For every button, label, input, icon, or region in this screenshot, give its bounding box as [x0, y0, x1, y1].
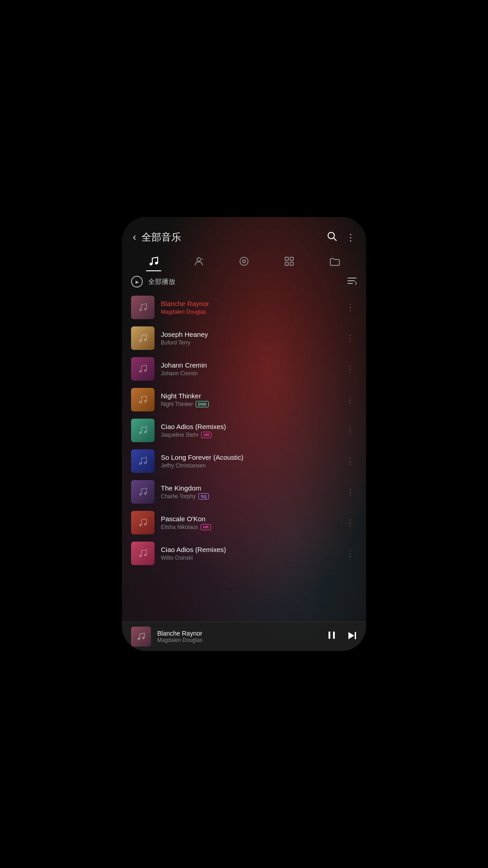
song-info: Joseph Heaney Buford Terry [161, 330, 337, 346]
song-title: Blanche Raynor [161, 300, 337, 307]
svg-point-19 [144, 369, 147, 372]
song-thumbnail [131, 511, 155, 534]
now-playing-artist: Magdalen Douglas [157, 637, 320, 643]
song-artist: Magdalen Douglas [161, 309, 337, 315]
song-title: Night Thinker [161, 392, 337, 400]
song-info: Night Thinker Night ThinkerDSD [161, 392, 337, 407]
phone-content: ‹ 全部音乐 ⋮ [122, 217, 366, 651]
song-title: Johann Cremin [161, 361, 337, 369]
song-item[interactable]: The Kingdom Charlie TorphySQ ⋮ [126, 476, 362, 507]
song-item[interactable]: Blanche Raynor Magdalen Douglas ⋮ [126, 292, 362, 323]
svg-point-3 [155, 262, 158, 264]
svg-rect-9 [285, 262, 288, 265]
tab-songs[interactable] [141, 253, 166, 271]
song-item[interactable]: Pascale O'Kon Elisha NikolausHR ⋮ [126, 507, 362, 538]
song-thumbnail [131, 296, 155, 319]
svg-point-27 [144, 492, 147, 495]
song-title: So Long Forever (Acoustic) [161, 453, 337, 461]
song-more-button[interactable]: ⋮ [343, 331, 357, 345]
svg-point-26 [139, 493, 142, 496]
song-thumbnail [131, 357, 155, 381]
tab-folders[interactable] [322, 253, 347, 271]
song-title: Joseph Heaney [161, 330, 337, 338]
now-playing-info: Blanche Raynor Magdalen Douglas [157, 630, 320, 643]
svg-point-31 [144, 554, 147, 557]
search-icon[interactable] [327, 231, 337, 244]
song-info: Ciao Adios (Remixes) Willis Osinski [161, 546, 337, 561]
tab-artists[interactable] [186, 253, 211, 271]
song-thumbnail [131, 388, 155, 411]
song-thumbnail [131, 480, 155, 504]
song-item[interactable]: Ciao Adios (Remixes) Willis Osinski ⋮ [126, 538, 362, 569]
song-more-button[interactable]: ⋮ [343, 362, 357, 376]
play-all-bar: ▶ 全部播放 [122, 271, 366, 292]
song-info: Blanche Raynor Magdalen Douglas [161, 300, 337, 315]
next-button[interactable] [346, 630, 357, 643]
svg-rect-7 [285, 257, 288, 260]
song-artist: Elisha NikolausHR [161, 524, 337, 530]
playback-controls [326, 630, 357, 643]
song-artist: Buford Terry [161, 340, 337, 346]
back-button[interactable]: ‹ [133, 231, 136, 243]
song-more-button[interactable]: ⋮ [343, 424, 357, 437]
svg-point-33 [142, 637, 145, 639]
play-all-button[interactable]: ▶ [131, 276, 143, 288]
song-item[interactable]: Joseph Heaney Buford Terry ⋮ [126, 323, 362, 354]
svg-point-28 [139, 524, 142, 527]
quality-badge: SQ [198, 493, 209, 500]
svg-point-32 [138, 638, 140, 640]
svg-rect-10 [290, 262, 293, 265]
song-more-button[interactable]: ⋮ [343, 547, 357, 560]
tab-bar [122, 250, 366, 271]
now-playing-title: Blanche Raynor [157, 630, 320, 637]
svg-point-4 [197, 258, 201, 261]
song-thumbnail [131, 449, 155, 473]
pause-button[interactable] [326, 630, 337, 643]
song-info: Ciao Adios (Remixes) Jaqueline StehrHR [161, 423, 337, 438]
svg-point-24 [139, 462, 142, 465]
svg-rect-34 [328, 632, 330, 639]
svg-point-2 [150, 263, 152, 265]
tab-playlists[interactable] [277, 253, 302, 271]
svg-line-1 [334, 238, 337, 241]
svg-point-6 [243, 260, 245, 263]
page-title: 全部音乐 [141, 231, 322, 244]
svg-point-23 [144, 431, 147, 434]
svg-point-25 [144, 462, 147, 464]
quality-badge: HR [201, 432, 211, 438]
song-item[interactable]: Johann Cremin Johann Cremin ⋮ [126, 354, 362, 384]
header: ‹ 全部音乐 ⋮ [122, 217, 366, 250]
song-title: The Kingdom [161, 484, 337, 492]
song-item[interactable]: Ciao Adios (Remixes) Jaqueline StehrHR ⋮ [126, 415, 362, 446]
more-menu-icon[interactable]: ⋮ [346, 232, 355, 243]
song-item[interactable]: Night Thinker Night ThinkerDSD ⋮ [126, 384, 362, 415]
song-more-button[interactable]: ⋮ [343, 454, 357, 468]
svg-point-21 [144, 400, 147, 403]
song-list: Blanche Raynor Magdalen Douglas ⋮ Joseph… [122, 292, 366, 622]
song-thumbnail [131, 326, 155, 350]
song-item[interactable]: So Long Forever (Acoustic) Jeffry Christ… [126, 446, 362, 476]
now-playing-bar[interactable]: Blanche Raynor Magdalen Douglas [122, 622, 366, 651]
play-all-label: 全部播放 [148, 278, 342, 286]
svg-point-15 [144, 308, 147, 311]
svg-marker-36 [348, 632, 354, 639]
song-more-button[interactable]: ⋮ [343, 301, 357, 314]
song-more-button[interactable]: ⋮ [343, 485, 357, 499]
song-title: Ciao Adios (Remixes) [161, 423, 337, 430]
svg-point-16 [139, 340, 142, 342]
svg-point-14 [139, 309, 142, 311]
song-info: Johann Cremin Johann Cremin [161, 361, 337, 377]
song-artist: Charlie TorphySQ [161, 493, 337, 500]
song-title: Pascale O'Kon [161, 515, 337, 523]
svg-rect-35 [333, 632, 335, 639]
sort-icon[interactable] [347, 277, 357, 287]
song-more-button[interactable]: ⋮ [343, 516, 357, 529]
svg-point-18 [139, 370, 142, 373]
song-more-button[interactable]: ⋮ [343, 393, 357, 406]
svg-point-22 [139, 432, 142, 434]
svg-point-29 [144, 523, 147, 526]
song-thumbnail [131, 542, 155, 565]
tab-albums[interactable] [231, 253, 257, 271]
svg-point-5 [240, 257, 248, 265]
song-thumbnail [131, 419, 155, 442]
